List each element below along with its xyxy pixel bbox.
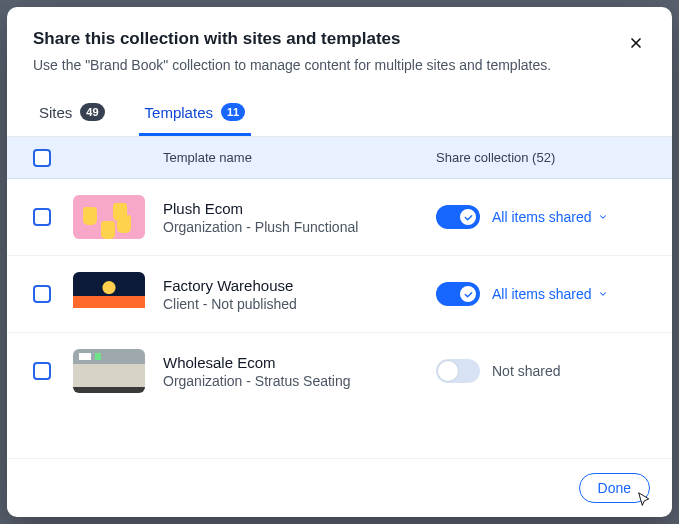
template-meta: Client - Not published [163, 296, 436, 312]
share-toggle[interactable] [436, 205, 480, 229]
check-icon [463, 289, 474, 300]
share-collection-modal: Share this collection with sites and tem… [7, 7, 672, 517]
chevron-down-icon [598, 289, 608, 299]
table-body: Plush EcomOrganization - Plush Functiona… [7, 179, 672, 458]
tab-templates-count: 11 [221, 103, 245, 121]
tab-sites[interactable]: Sites 49 [33, 89, 111, 136]
table-row: Wholesale EcomOrganization - Stratus Sea… [7, 333, 672, 409]
share-status-label[interactable]: All items shared [492, 286, 608, 302]
share-status-label[interactable]: All items shared [492, 209, 608, 225]
tab-sites-label: Sites [39, 104, 72, 121]
tab-sites-count: 49 [80, 103, 104, 121]
modal-header: Share this collection with sites and tem… [7, 7, 672, 89]
row-checkbox[interactable] [33, 362, 51, 380]
template-name: Wholesale Ecom [163, 353, 436, 373]
modal-title: Share this collection with sites and tem… [33, 29, 646, 49]
table-row: Factory WarehouseClient - Not publishedA… [7, 256, 672, 333]
template-thumbnail [73, 349, 145, 393]
chevron-down-icon [598, 212, 608, 222]
done-button[interactable]: Done [579, 473, 650, 503]
table-row: Plush EcomOrganization - Plush Functiona… [7, 179, 672, 256]
template-thumbnail [73, 195, 145, 239]
template-meta: Organization - Stratus Seating [163, 373, 436, 389]
close-icon [628, 35, 644, 51]
row-checkbox[interactable] [33, 208, 51, 226]
column-share-collection: Share collection (52) [436, 150, 646, 165]
check-icon [463, 212, 474, 223]
modal-subtitle: Use the "Brand Book" collection to manag… [33, 55, 646, 75]
share-toggle[interactable] [436, 282, 480, 306]
template-meta: Organization - Plush Functional [163, 219, 436, 235]
select-all-checkbox[interactable] [33, 149, 51, 167]
table-header: Template name Share collection (52) [7, 137, 672, 179]
close-button[interactable] [622, 29, 650, 57]
share-status-label: Not shared [492, 363, 560, 379]
tabs: Sites 49 Templates 11 [7, 89, 672, 137]
modal-footer: Done [7, 458, 672, 517]
row-checkbox[interactable] [33, 285, 51, 303]
template-name: Plush Ecom [163, 199, 436, 219]
template-name: Factory Warehouse [163, 276, 436, 296]
column-template-name: Template name [163, 150, 436, 165]
share-toggle[interactable] [436, 359, 480, 383]
template-thumbnail [73, 272, 145, 316]
tab-templates[interactable]: Templates 11 [139, 89, 252, 136]
tab-templates-label: Templates [145, 104, 213, 121]
